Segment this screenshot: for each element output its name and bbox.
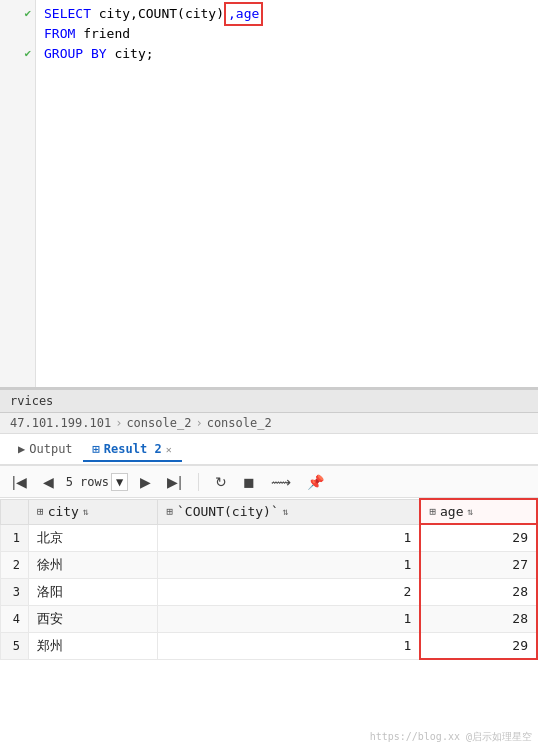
keyword-groupby: GROUP BY (44, 44, 114, 64)
checkmark-3: ✔ (24, 44, 31, 64)
rows-selector: 5 rows ▼ (66, 473, 129, 491)
bottom-panel: rvices 47.101.199.101 › console_2 › cons… (0, 390, 538, 746)
age-table-icon: ⊞ (429, 505, 436, 518)
cell-age: 28 (420, 605, 537, 632)
city-table-icon: ⊞ (37, 505, 44, 518)
count-sort-icon[interactable]: ⇅ (283, 506, 289, 517)
tab-result2[interactable]: ⊞ Result 2 ✕ (83, 438, 182, 462)
cell-rownum: 5 (1, 632, 29, 659)
result-table-wrapper[interactable]: ⊞ city ⇅ ⊞ `COUNT(city)` ⇅ (0, 498, 538, 746)
cell-count: 1 (158, 551, 421, 578)
watermark: https://blog.xx @启示如理星空 (370, 730, 532, 744)
cell-count: 1 (158, 524, 421, 551)
services-label: rvices (10, 394, 53, 408)
breadcrumb: 47.101.199.101 › console_2 › console_2 (0, 413, 538, 434)
checkmark-1: ✔ (24, 4, 31, 24)
tab-output[interactable]: ▶ Output (8, 438, 83, 462)
next-page-button[interactable]: ▶ (136, 472, 155, 492)
breadcrumb-sep-1: › (115, 416, 122, 430)
keyword-from: FROM (44, 24, 83, 44)
th-age-label: age (440, 504, 463, 519)
code-line-1: SELECT city,COUNT(city),age (44, 4, 530, 24)
code-line-3: GROUP BY city; (44, 44, 530, 64)
cell-age: 29 (420, 632, 537, 659)
table-row: 3洛阳228 (1, 578, 538, 605)
cell-city: 郑州 (29, 632, 158, 659)
rows-count-label: 5 rows (66, 475, 109, 489)
services-bar: rvices (0, 390, 538, 413)
gutter-line-3: ✔ (24, 44, 31, 64)
result-toolbar: |◀ ◀ 5 rows ▼ ▶ ▶| ↻ ◼ ⟿ 📌 (0, 466, 538, 498)
table-row: 5郑州129 (1, 632, 538, 659)
semicolon: ; (146, 44, 154, 64)
breadcrumb-table: console_2 (207, 416, 272, 430)
cell-city: 西安 (29, 605, 158, 632)
stop-button[interactable]: ◼ (239, 472, 259, 492)
groupby-field: city (114, 44, 145, 64)
age-highlight: ,age (224, 2, 263, 26)
tab-result2-icon: ⊞ (93, 442, 100, 456)
th-rownum (1, 499, 29, 524)
cell-count: 2 (158, 578, 421, 605)
editor-panel: ✔ ✔ SELECT city,COUNT(city),age FROM fri… (0, 0, 538, 390)
cell-city: 洛阳 (29, 578, 158, 605)
table-row: 2徐州127 (1, 551, 538, 578)
th-city[interactable]: ⊞ city ⇅ (29, 499, 158, 524)
th-count[interactable]: ⊞ `COUNT(city)` ⇅ (158, 499, 421, 524)
rows-dropdown[interactable]: ▼ (111, 473, 128, 491)
breadcrumb-sep-2: › (195, 416, 202, 430)
cell-city: 北京 (29, 524, 158, 551)
code-editor[interactable]: SELECT city,COUNT(city),age FROM friend … (36, 0, 538, 387)
cell-count: 1 (158, 632, 421, 659)
toolbar-divider-1 (198, 473, 199, 491)
breadcrumb-db: console_2 (126, 416, 191, 430)
code-line-2: FROM friend (44, 24, 530, 44)
th-age[interactable]: ⊞ age ⇅ (420, 499, 537, 524)
tab-result2-label: Result 2 (104, 442, 162, 456)
cell-rownum: 4 (1, 605, 29, 632)
last-page-button[interactable]: ▶| (163, 472, 186, 492)
tab-result2-close[interactable]: ✕ (166, 444, 172, 455)
breadcrumb-host: 47.101.199.101 (10, 416, 111, 430)
cell-city: 徐州 (29, 551, 158, 578)
result-tbody: 1北京1292徐州1273洛阳2284西安1285郑州129 (1, 524, 538, 659)
table-header-row: ⊞ city ⇅ ⊞ `COUNT(city)` ⇅ (1, 499, 538, 524)
cell-age: 27 (420, 551, 537, 578)
prev-page-button[interactable]: ◀ (39, 472, 58, 492)
refresh-button[interactable]: ↻ (211, 472, 231, 492)
cell-age: 29 (420, 524, 537, 551)
table-name: friend (83, 24, 130, 44)
cell-count: 1 (158, 605, 421, 632)
cell-age: 28 (420, 578, 537, 605)
cell-rownum: 2 (1, 551, 29, 578)
table-row: 1北京129 (1, 524, 538, 551)
keyword-select: SELECT (44, 4, 99, 24)
export-button[interactable]: ⟿ (267, 472, 295, 492)
gutter-line-1: ✔ (24, 4, 31, 24)
cell-rownum: 3 (1, 578, 29, 605)
table-row: 4西安128 (1, 605, 538, 632)
tabs-bar: ▶ Output ⊞ Result 2 ✕ (0, 434, 538, 466)
select-fields: city,COUNT(city) (99, 4, 224, 24)
tab-output-icon: ▶ (18, 442, 25, 456)
editor-gutter: ✔ ✔ (0, 0, 36, 387)
tab-output-label: Output (29, 442, 72, 456)
th-city-label: city (48, 504, 79, 519)
city-sort-icon[interactable]: ⇅ (83, 506, 89, 517)
first-page-button[interactable]: |◀ (8, 472, 31, 492)
result-table: ⊞ city ⇅ ⊞ `COUNT(city)` ⇅ (0, 498, 538, 660)
th-count-label: `COUNT(city)` (177, 504, 279, 519)
count-table-icon: ⊞ (166, 505, 173, 518)
pin-button[interactable]: 📌 (303, 472, 328, 492)
cell-rownum: 1 (1, 524, 29, 551)
age-sort-icon[interactable]: ⇅ (468, 506, 474, 517)
